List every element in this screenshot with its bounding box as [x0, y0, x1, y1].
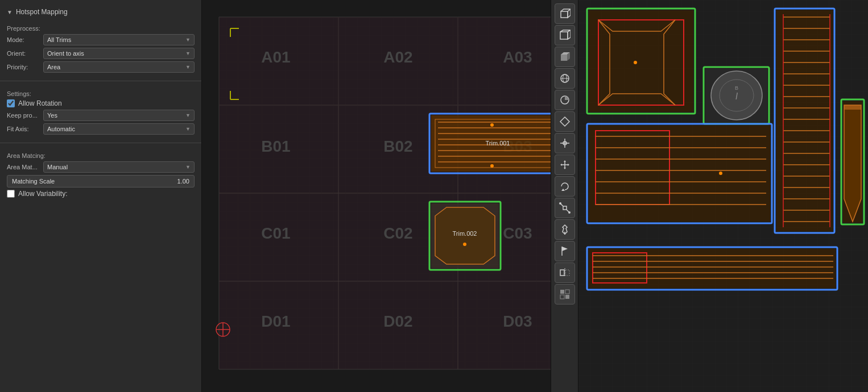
cursor-crosshair-icon[interactable] — [555, 133, 575, 153]
rotate-icon[interactable] — [555, 176, 575, 197]
mode-dropdown[interactable]: All Trims ▼ — [43, 34, 195, 45]
svg-text:B01: B01 — [261, 137, 290, 155]
svg-rect-77 — [560, 270, 564, 276]
cube-solid-icon[interactable] — [555, 47, 575, 67]
sphere-icon[interactable] — [555, 68, 575, 89]
mode-label: Mode: — [7, 36, 41, 43]
keep-pro-label: Keep pro... — [7, 112, 41, 119]
svg-point-53 — [463, 243, 466, 246]
keep-pro-arrow: ▼ — [185, 112, 191, 118]
svg-text:A03: A03 — [503, 48, 532, 66]
svg-marker-121 — [844, 105, 861, 222]
mirror-icon[interactable] — [555, 262, 575, 283]
svg-text:B02: B02 — [383, 137, 412, 155]
orient-label: Orient: — [7, 50, 41, 57]
matching-scale-row: Matching Scale 1.00 — [7, 175, 195, 187]
chevron-icon: ▼ — [7, 9, 13, 15]
orient-row: Orient: Orient to axis ▼ — [7, 48, 195, 59]
pie-icon[interactable] — [555, 90, 575, 110]
svg-rect-78 — [565, 270, 569, 276]
allow-variability-row: Allow Variability: — [7, 190, 195, 198]
divider-1 — [0, 81, 201, 81]
priority-label: Priority: — [7, 64, 41, 70]
svg-rect-124 — [589, 126, 770, 222]
diamond-icon[interactable] — [555, 111, 575, 132]
allow-variability-checkbox[interactable] — [7, 190, 15, 198]
scale-icon[interactable] — [555, 198, 575, 218]
fit-axis-dropdown[interactable]: Automatic ▼ — [43, 123, 195, 135]
allow-rotation-checkbox[interactable] — [7, 99, 15, 107]
pin-icon[interactable] — [555, 219, 575, 240]
svg-text:A02: A02 — [383, 48, 412, 66]
svg-rect-70 — [563, 206, 567, 210]
svg-text:B: B — [735, 85, 738, 91]
divider-2 — [0, 143, 201, 143]
box-outline-icon[interactable] — [555, 25, 575, 45]
svg-rect-87 — [589, 10, 693, 112]
svg-rect-82 — [560, 295, 564, 299]
svg-rect-57 — [561, 11, 568, 18]
svg-text:C01: C01 — [261, 224, 290, 242]
svg-point-89 — [634, 61, 637, 64]
area-mat-label: Area Mat... — [7, 164, 41, 170]
svg-rect-58 — [560, 32, 568, 39]
keep-pro-dropdown[interactable]: Yes ▼ — [43, 110, 195, 121]
move-icon[interactable] — [555, 155, 575, 175]
checker-icon[interactable] — [555, 284, 575, 305]
uv-grid-svg: A01 A02 A03 A04 B01 B02 B03 B04 C01 C02 … — [202, 0, 551, 392]
allow-variability-label: Allow Variability: — [18, 190, 67, 198]
area-mat-arrow: ▼ — [185, 164, 191, 170]
hotspot-mapping-header[interactable]: ▼ Hotspot Mapping — [0, 5, 201, 19]
allow-rotation-label: Allow Rotation — [18, 99, 62, 107]
svg-text:C02: C02 — [383, 224, 412, 242]
area-matching-label: Area Matcing: — [7, 152, 195, 159]
right-toolbar — [551, 0, 578, 392]
allow-rotation-row: Allow Rotation — [7, 99, 195, 107]
svg-text:Trim.001: Trim.001 — [486, 140, 510, 147]
uv-editor: A01 A02 A03 A04 B01 B02 B03 B04 C01 C02 … — [202, 0, 551, 392]
preprocess-group: Preprocess: Mode: All Trims ▼ Orient: Or… — [0, 19, 201, 77]
mode-row: Mode: All Trims ▼ — [7, 34, 195, 45]
trim-sheet-svg: B I — [578, 0, 868, 392]
svg-point-47 — [490, 164, 494, 168]
svg-rect-80 — [560, 290, 564, 294]
hotspot-mapping-label: Hotspot Mapping — [16, 8, 68, 16]
svg-text:I: I — [735, 91, 738, 101]
svg-text:D03: D03 — [503, 312, 532, 330]
orient-dropdown[interactable]: Orient to axis ▼ — [43, 48, 195, 59]
matching-scale-label: Matching Scale — [12, 178, 55, 185]
svg-text:D01: D01 — [261, 312, 290, 330]
svg-rect-122 — [844, 105, 861, 110]
far-right-panel: B I — [578, 0, 868, 392]
orient-dropdown-arrow: ▼ — [185, 51, 191, 56]
cube-icon[interactable] — [555, 3, 575, 24]
left-panel: ▼ Hotspot Mapping Preprocess: Mode: All … — [0, 0, 202, 392]
svg-rect-97 — [776, 10, 833, 231]
area-mat-dropdown[interactable]: Manual ▼ — [43, 161, 195, 173]
svg-rect-134 — [589, 249, 836, 288]
svg-marker-64 — [560, 117, 569, 126]
priority-dropdown[interactable]: Area ▼ — [43, 61, 195, 73]
svg-text:Trim.002: Trim.002 — [453, 230, 477, 237]
svg-text:A01: A01 — [261, 48, 290, 66]
keep-pro-row: Keep pro... Yes ▼ — [7, 110, 195, 121]
fit-axis-label: Fit Axis: — [7, 126, 41, 132]
fit-axis-row: Fit Axis: Automatic ▼ — [7, 123, 195, 135]
settings-label: Settings: — [7, 90, 195, 97]
svg-text:C03: C03 — [503, 224, 532, 242]
settings-group: Settings: Allow Rotation Keep pro... Yes… — [0, 85, 201, 139]
priority-row: Priority: Area ▼ — [7, 61, 195, 73]
area-mat-row: Area Mat... Manual ▼ — [7, 161, 195, 173]
svg-point-132 — [719, 172, 722, 175]
priority-dropdown-arrow: ▼ — [185, 64, 191, 70]
area-matching-group: Area Matcing: Area Mat... Manual ▼ Match… — [0, 147, 201, 202]
matching-scale-button[interactable]: Matching Scale 1.00 — [7, 175, 195, 187]
svg-rect-81 — [565, 290, 569, 294]
mode-dropdown-arrow: ▼ — [185, 37, 191, 43]
matching-scale-value: 1.00 — [177, 178, 189, 185]
flag-icon[interactable] — [555, 241, 575, 261]
svg-rect-83 — [565, 295, 569, 299]
svg-rect-59 — [561, 55, 567, 61]
svg-point-74 — [568, 211, 571, 214]
svg-point-46 — [490, 123, 494, 127]
